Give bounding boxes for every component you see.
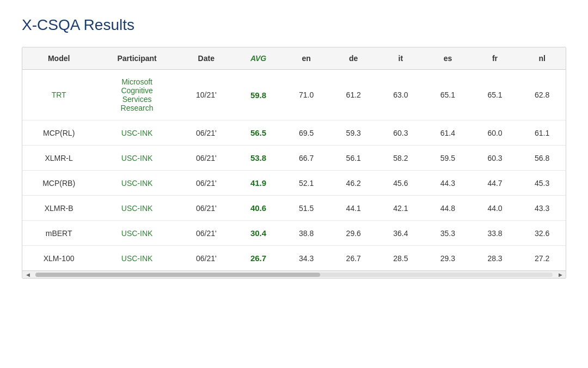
- cell-participant: USC-INK: [95, 221, 179, 246]
- cell-fr: 44.0: [471, 196, 519, 221]
- cell-nl: 45.3: [518, 171, 566, 196]
- cell-en: 69.5: [283, 120, 330, 146]
- horizontal-scrollbar[interactable]: ◀ ▶: [22, 270, 566, 278]
- cell-en: 52.1: [283, 171, 330, 196]
- scroll-thumb[interactable]: [35, 273, 320, 277]
- cell-es: 61.4: [424, 120, 471, 146]
- cell-en: 51.5: [283, 196, 330, 221]
- cell-nl: 61.1: [518, 120, 566, 146]
- cell-en: 34.3: [283, 246, 330, 271]
- table-row: XLM-100USC-INK06/21'26.734.326.728.529.3…: [22, 246, 566, 271]
- cell-model: TRT: [22, 70, 95, 120]
- cell-fr: 44.7: [471, 171, 519, 196]
- cell-it: 45.6: [377, 171, 425, 196]
- cell-es: 44.8: [424, 196, 471, 221]
- cell-en: 66.7: [283, 146, 330, 171]
- column-header-fr: fr: [471, 47, 519, 70]
- cell-avg: 59.8: [234, 70, 283, 120]
- cell-es: 44.3: [424, 171, 471, 196]
- cell-de: 56.1: [330, 146, 377, 171]
- column-header-participant: Participant: [95, 47, 179, 70]
- cell-de: 59.3: [330, 120, 377, 146]
- cell-nl: 56.8: [518, 146, 566, 171]
- cell-de: 46.2: [330, 171, 377, 196]
- cell-nl: 27.2: [518, 246, 566, 271]
- cell-participant: USC-INK: [95, 171, 179, 196]
- cell-en: 71.0: [283, 70, 330, 120]
- cell-es: 59.5: [424, 146, 471, 171]
- cell-avg: 53.8: [234, 146, 283, 171]
- page-title: X-CSQA Results: [22, 16, 566, 34]
- cell-participant: USC-INK: [95, 120, 179, 146]
- column-header-model: Model: [22, 47, 95, 70]
- cell-it: 42.1: [377, 196, 425, 221]
- column-header-nl: nl: [518, 47, 566, 70]
- cell-es: 29.3: [424, 246, 471, 271]
- cell-fr: 60.0: [471, 120, 519, 146]
- cell-model: XLMR-B: [22, 196, 95, 221]
- cell-model: MCP(RL): [22, 120, 95, 146]
- cell-date: 10/21': [179, 70, 234, 120]
- cell-date: 06/21': [179, 120, 234, 146]
- cell-avg: 30.4: [234, 221, 283, 246]
- cell-es: 35.3: [424, 221, 471, 246]
- cell-it: 60.3: [377, 120, 425, 146]
- table-row: TRTMicrosoftCognitiveServicesResearch10/…: [22, 70, 566, 120]
- cell-fr: 65.1: [471, 70, 519, 120]
- cell-nl: 32.6: [518, 221, 566, 246]
- table-row: XLMR-BUSC-INK06/21'40.651.544.142.144.84…: [22, 196, 566, 221]
- cell-model: mBERT: [22, 221, 95, 246]
- cell-fr: 28.3: [471, 246, 519, 271]
- cell-participant: USC-INK: [95, 146, 179, 171]
- cell-participant: USC-INK: [95, 246, 179, 271]
- cell-de: 61.2: [330, 70, 377, 120]
- cell-participant: MicrosoftCognitiveServicesResearch: [95, 70, 179, 120]
- cell-date: 06/21': [179, 246, 234, 271]
- cell-model: XLM-100: [22, 246, 95, 271]
- scroll-track[interactable]: [35, 273, 553, 277]
- column-header-en: en: [283, 47, 330, 70]
- cell-de: 26.7: [330, 246, 377, 271]
- cell-date: 06/21': [179, 146, 234, 171]
- cell-date: 06/21': [179, 196, 234, 221]
- cell-nl: 43.3: [518, 196, 566, 221]
- column-header-es: es: [424, 47, 471, 70]
- cell-en: 38.8: [283, 221, 330, 246]
- cell-model: MCP(RB): [22, 171, 95, 196]
- results-table: Model Participant Date AVG en de it es f…: [22, 47, 566, 270]
- cell-model: XLMR-L: [22, 146, 95, 171]
- column-header-date: Date: [179, 47, 234, 70]
- cell-it: 63.0: [377, 70, 425, 120]
- scroll-right-arrow[interactable]: ▶: [555, 271, 566, 279]
- cell-it: 28.5: [377, 246, 425, 271]
- scroll-left-arrow[interactable]: ◀: [22, 271, 33, 279]
- cell-date: 06/21': [179, 171, 234, 196]
- table-row: XLMR-LUSC-INK06/21'53.866.756.158.259.56…: [22, 146, 566, 171]
- table-row: MCP(RL)USC-INK06/21'56.569.559.360.361.4…: [22, 120, 566, 146]
- column-header-it: it: [377, 47, 425, 70]
- cell-fr: 60.3: [471, 146, 519, 171]
- table-wrapper: Model Participant Date AVG en de it es f…: [22, 47, 566, 279]
- cell-date: 06/21': [179, 221, 234, 246]
- cell-avg: 41.9: [234, 171, 283, 196]
- table-row: mBERTUSC-INK06/21'30.438.829.636.435.333…: [22, 221, 566, 246]
- column-header-avg: AVG: [234, 47, 283, 70]
- cell-de: 29.6: [330, 221, 377, 246]
- cell-it: 36.4: [377, 221, 425, 246]
- cell-avg: 56.5: [234, 120, 283, 146]
- table-row: MCP(RB)USC-INK06/21'41.952.146.245.644.3…: [22, 171, 566, 196]
- cell-fr: 33.8: [471, 221, 519, 246]
- cell-de: 44.1: [330, 196, 377, 221]
- table-header-row: Model Participant Date AVG en de it es f…: [22, 47, 566, 70]
- main-container: X-CSQA Results Model Participant Date AV…: [22, 16, 566, 279]
- cell-it: 58.2: [377, 146, 425, 171]
- column-header-de: de: [330, 47, 377, 70]
- cell-nl: 62.8: [518, 70, 566, 120]
- cell-es: 65.1: [424, 70, 471, 120]
- cell-participant: USC-INK: [95, 196, 179, 221]
- cell-avg: 40.6: [234, 196, 283, 221]
- cell-avg: 26.7: [234, 246, 283, 271]
